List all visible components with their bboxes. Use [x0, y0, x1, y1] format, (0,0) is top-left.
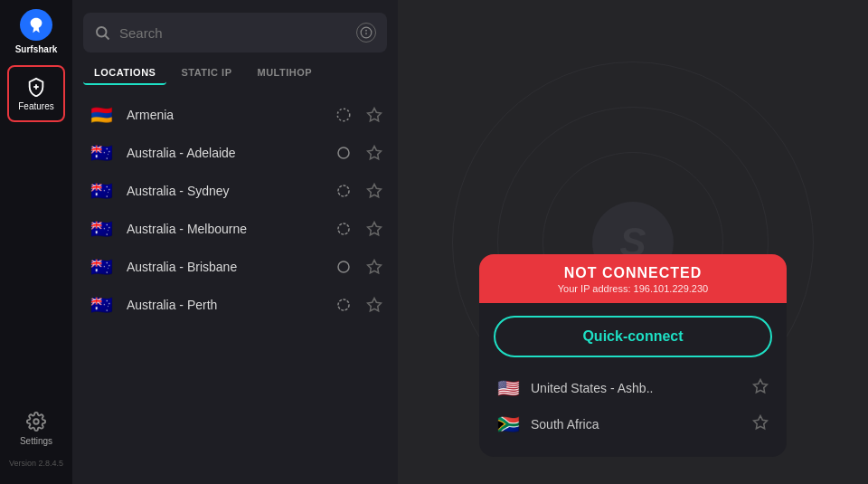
svg-marker-19 — [368, 299, 382, 311]
favorite-icon[interactable] — [365, 144, 383, 162]
svg-point-8 — [337, 109, 350, 121]
recent-favorite-icon[interactable] — [752, 378, 769, 398]
app-logo: Surfshark — [14, 9, 59, 54]
tab-static-ip[interactable]: STATIC IP — [170, 62, 242, 85]
list-item[interactable]: 🇦🇺 Australia - Adelaide — [76, 134, 394, 172]
signal-icon — [335, 258, 353, 276]
search-bar — [83, 13, 387, 52]
svg-point-18 — [338, 299, 349, 310]
location-panel: LOCATIONS STATIC IP MULTIHOP 🇦🇲 Armenia … — [72, 0, 398, 484]
au-melbourne-flag: 🇦🇺 — [87, 219, 116, 239]
svg-marker-21 — [754, 416, 768, 429]
location-name: Australia - Brisbane — [127, 260, 335, 274]
svg-marker-15 — [368, 223, 382, 235]
signal-icon — [335, 182, 353, 200]
ip-value: 196.101.229.230 — [634, 283, 709, 294]
list-item[interactable]: 🇦🇲 Armenia — [76, 96, 394, 134]
svg-point-12 — [338, 185, 349, 196]
za-flag: 🇿🇦 — [497, 413, 520, 435]
list-item[interactable]: 🇦🇺 Australia - Melbourne — [76, 210, 394, 248]
svg-point-3 — [97, 27, 107, 37]
au-sydney-flag: 🇦🇺 — [87, 181, 116, 201]
svg-marker-17 — [368, 261, 382, 273]
list-item[interactable]: 🇦🇺 Australia - Brisbane — [76, 248, 394, 286]
connection-status-bar: NOT CONNECTED Your IP address: 196.101.2… — [479, 254, 787, 303]
signal-icon — [335, 144, 353, 162]
tab-locations[interactable]: LOCATIONS — [83, 62, 166, 85]
recent-favorite-icon[interactable] — [752, 414, 769, 434]
right-panel: S NOT CONNECTED Your IP address: 196.101… — [398, 0, 868, 484]
favorite-icon[interactable] — [365, 296, 383, 314]
recent-location-name: South Africa — [531, 417, 752, 432]
logo-icon — [20, 9, 52, 41]
au-perth-flag: 🇦🇺 — [87, 295, 116, 315]
tab-multihop[interactable]: MULTIHOP — [247, 62, 324, 85]
search-input[interactable] — [119, 25, 349, 41]
location-list: 🇦🇲 Armenia 🇦🇺 Australia - Adelaide — [72, 96, 398, 484]
sidebar-item-features[interactable]: Features — [7, 65, 65, 122]
shield-plus-icon — [25, 76, 47, 98]
settings-label: Settings — [20, 436, 52, 446]
sidebar: Surfshark Features Settings Version 2.8.… — [0, 0, 72, 484]
favorite-icon[interactable] — [365, 106, 383, 124]
svg-marker-20 — [754, 380, 768, 393]
location-name: Australia - Melbourne — [127, 222, 335, 236]
ip-address-label: Your IP address: 196.101.229.230 — [497, 283, 769, 294]
recent-location-name: United States - Ashb.. — [531, 381, 752, 395]
connection-status-label: NOT CONNECTED — [497, 265, 769, 281]
favorite-icon[interactable] — [365, 220, 383, 238]
favorite-icon[interactable] — [365, 258, 383, 276]
features-label: Features — [18, 101, 53, 111]
location-name: Australia - Adelaide — [127, 146, 335, 160]
list-item[interactable]: 🇦🇺 Australia - Sydney — [76, 172, 394, 210]
signal-icon — [335, 106, 353, 124]
tabs: LOCATIONS STATIC IP MULTIHOP — [83, 62, 387, 85]
quick-connect-label: Quick-connect — [582, 328, 683, 344]
signal-icon — [335, 220, 353, 238]
status-card: NOT CONNECTED Your IP address: 196.101.2… — [479, 254, 787, 457]
signal-icon — [335, 296, 353, 314]
ip-prefix: Your IP address: — [558, 283, 631, 294]
shark-logo-svg — [26, 15, 46, 35]
search-icon — [94, 24, 110, 41]
us-flag: 🇺🇸 — [497, 377, 520, 399]
armenia-flag: 🇦🇲 — [87, 105, 116, 125]
svg-point-10 — [338, 147, 349, 158]
info-icon[interactable] — [356, 23, 376, 43]
version-label: Version 2.8.4.5 — [9, 459, 63, 468]
favorite-icon[interactable] — [365, 182, 383, 200]
svg-marker-13 — [368, 185, 382, 197]
svg-line-4 — [105, 35, 108, 39]
location-name: Australia - Sydney — [127, 184, 335, 198]
quick-connect-button[interactable]: Quick-connect — [494, 316, 772, 357]
location-name: Armenia — [127, 108, 335, 122]
au-adelaide-flag: 🇦🇺 — [87, 143, 116, 163]
gear-icon — [25, 411, 47, 432]
app-name: Surfshark — [15, 44, 58, 54]
recent-location-item[interactable]: 🇺🇸 United States - Ashb.. — [479, 370, 787, 406]
svg-point-16 — [338, 261, 349, 272]
list-item[interactable]: 🇦🇺 Australia - Perth — [76, 286, 394, 324]
sidebar-item-settings[interactable]: Settings — [7, 402, 65, 455]
svg-marker-11 — [368, 147, 382, 159]
recent-location-item[interactable]: 🇿🇦 South Africa — [479, 406, 787, 442]
svg-point-14 — [338, 223, 349, 234]
svg-marker-9 — [368, 109, 382, 121]
location-name: Australia - Perth — [127, 298, 335, 312]
au-brisbane-flag: 🇦🇺 — [87, 257, 116, 277]
svg-point-2 — [33, 419, 39, 424]
